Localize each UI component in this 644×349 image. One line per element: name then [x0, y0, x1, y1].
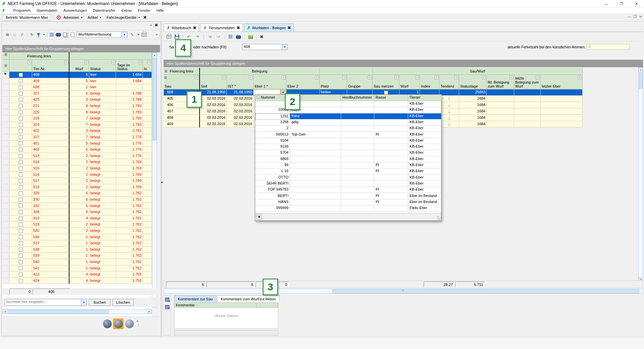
status-cell[interactable]: belegt — [89, 172, 116, 178]
mdi-restore-icon[interactable]: ❐ — [634, 15, 637, 18]
rasse-cell[interactable] — [374, 144, 408, 150]
herdbuch-cell[interactable] — [341, 199, 374, 205]
letzter-eber-cell[interactable] — [541, 108, 583, 115]
in-cell[interactable] — [143, 184, 152, 191]
herdbuch-cell[interactable] — [341, 156, 374, 162]
tage-cell[interactable]: 1.769 — [116, 165, 143, 172]
wurf-cell[interactable]: 2 — [69, 159, 89, 165]
tier-nr-cell[interactable]: 327 — [32, 91, 69, 97]
tierart-cell[interactable]: KB-Eber — [408, 113, 442, 119]
tier-nr-cell[interactable]: 409 — [32, 78, 69, 85]
row-checkbox-cell[interactable] — [9, 228, 32, 234]
letzter-eber-cell[interactable] — [541, 121, 583, 128]
name-cell[interactable] — [290, 162, 341, 168]
tage-cell[interactable]: 1.762 — [116, 240, 143, 247]
statustage-cell[interactable]: 1684 — [459, 108, 487, 115]
tier-nr-cell[interactable]: 520 — [32, 228, 69, 234]
table-row[interactable]: 3177belegt1.776 — [2, 134, 152, 141]
table-row[interactable]: 4015belegt1.776 — [2, 141, 152, 147]
row-checkbox[interactable] — [19, 254, 23, 258]
row-checkbox[interactable] — [19, 166, 23, 170]
letzte-belegung-cell[interactable] — [514, 102, 541, 108]
tier-nr-cell[interactable]: 608 — [32, 84, 69, 91]
tab-tierstammdaten[interactable]: ✗Tierstammdaten✖ — [200, 23, 243, 32]
in-cell[interactable] — [143, 97, 152, 103]
tierart-cell[interactable]: Eber im Bestand — [408, 199, 442, 205]
tierart-cell[interactable]: KB-Eber — [408, 150, 442, 156]
row-checkbox[interactable] — [19, 235, 23, 239]
in-cell[interactable] — [143, 271, 152, 278]
table-row[interactable]: 4253belegt1.788 — [2, 97, 152, 103]
filter-icon[interactable]: ▼ — [28, 60, 31, 64]
table-row[interactable]: 4134belegt1.755 — [2, 271, 152, 278]
letzte-belegung-cell[interactable] — [514, 115, 541, 121]
table-row[interactable]: 4104belegt1.762 — [2, 215, 152, 222]
tier-nr-cell[interactable]: 536 — [32, 234, 69, 241]
table-row[interactable]: 3325belegt1.762 — [2, 203, 152, 209]
tierart-cell[interactable]: KB-Eber — [408, 187, 442, 193]
row-marker[interactable] — [2, 103, 9, 109]
wurf-cell[interactable]: 1 — [69, 84, 89, 91]
status-cell[interactable]: belegt — [89, 103, 116, 109]
row-checkbox-cell[interactable] — [9, 240, 32, 247]
in-cell[interactable] — [143, 203, 152, 209]
rasse-cell[interactable] — [374, 119, 408, 126]
wurf-header[interactable]: Wurf▼ — [69, 60, 89, 72]
sau-cell[interactable]: 409 — [164, 121, 200, 128]
tage-cell[interactable]: 1.762 — [116, 190, 143, 197]
row-checkbox-cell[interactable] — [9, 165, 32, 172]
tier-nr-cell[interactable]: 537 — [32, 240, 69, 247]
tier-nr-cell[interactable]: 330 — [32, 197, 69, 203]
rasse-cell[interactable] — [374, 181, 408, 187]
hierarchy-check-icon[interactable]: ⁝✓ — [216, 34, 221, 40]
sau-combo[interactable]: 608 ▼ — [242, 44, 288, 50]
row-checkbox-cell[interactable] — [9, 215, 32, 222]
splitter-down-icon[interactable]: ˅ — [402, 289, 404, 292]
nummer-cell[interactable]: L 16 — [255, 168, 290, 174]
tier-nr-cell[interactable]: 514 — [32, 159, 69, 165]
row-checkbox-cell[interactable] — [9, 221, 32, 228]
row-checkbox[interactable] — [19, 129, 23, 133]
tier-nr-cell[interactable]: 332 — [32, 203, 69, 209]
wurf-cell[interactable]: 8 — [69, 103, 89, 109]
filter-icon[interactable]: ▼ — [315, 76, 319, 79]
tier-nr-cell[interactable]: 541 — [32, 265, 69, 272]
row-checkbox[interactable] — [19, 179, 23, 183]
rasse-cell[interactable]: PI — [374, 168, 408, 174]
row-checkbox-cell[interactable] — [9, 103, 32, 109]
row-marker[interactable] — [2, 172, 9, 178]
in-cell[interactable] — [143, 91, 152, 97]
filter-icon[interactable]: ▼ — [509, 76, 513, 79]
row-menu-icon[interactable]: ≣ — [2, 52, 9, 60]
row-checkbox[interactable] — [19, 148, 23, 152]
row-checkbox-cell[interactable] — [9, 91, 32, 97]
menu-item-hilfe[interactable]: Hilfe — [156, 8, 164, 12]
in-cell[interactable] — [143, 159, 152, 165]
col-header-statustage[interactable]: Statustage▼ — [459, 75, 487, 89]
name-cell[interactable]: franz — [290, 113, 341, 119]
row-checkbox-cell[interactable] — [9, 184, 32, 191]
rasse-cell[interactable] — [374, 150, 408, 156]
row-marker[interactable] — [2, 240, 9, 247]
scroll-up-icon[interactable]: ▲ — [152, 53, 157, 57]
in-cell[interactable] — [143, 84, 152, 91]
dropdown-row[interactable]: 999999Fiktiv-Eber — [255, 205, 442, 211]
row-checkbox-cell[interactable] — [9, 234, 32, 241]
letzter-eber-cell[interactable] — [541, 102, 583, 108]
nummer-cell[interactable]: 9199 — [255, 144, 290, 150]
status-cell[interactable]: belegt — [89, 153, 116, 159]
rasse-cell[interactable] — [374, 205, 408, 211]
col-header-wurf[interactable]: Wurf▼ — [399, 75, 420, 89]
status-cell[interactable]: belegt — [89, 271, 116, 278]
status-cell[interactable]: belegt — [89, 190, 116, 197]
row-checkbox-cell[interactable] — [9, 209, 32, 215]
table-row[interactable]: 3266belegt1.762 — [2, 190, 152, 197]
tierart-cell[interactable]: KB-Eber — [408, 132, 442, 138]
tage-cell[interactable]: 1.762 — [116, 234, 143, 241]
col-header-index[interactable]: Index▼ — [420, 75, 439, 89]
in-cell[interactable] — [143, 247, 152, 253]
name-cell[interactable] — [290, 175, 341, 181]
row-checkbox[interactable] — [19, 123, 23, 127]
in-cell[interactable] — [143, 215, 152, 222]
row-checkbox[interactable] — [19, 266, 23, 270]
